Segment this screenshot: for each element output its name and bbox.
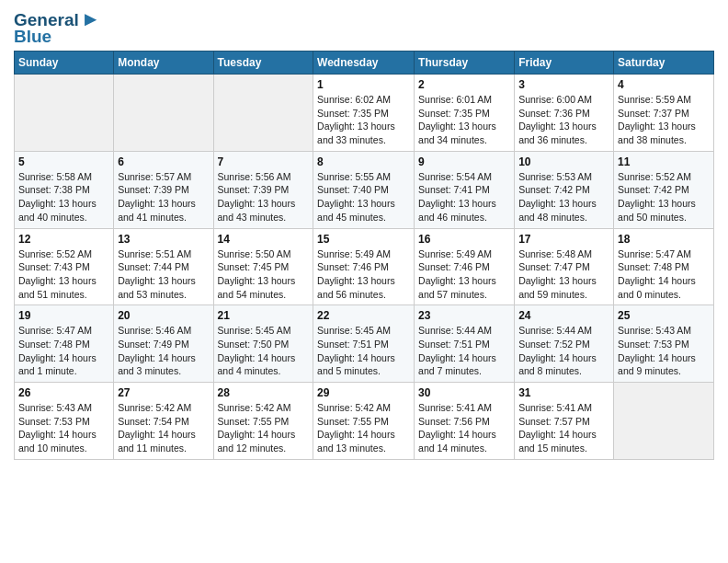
day-cell: 28Sunrise: 5:42 AM Sunset: 7:55 PM Dayli… — [213, 383, 313, 460]
day-cell: 29Sunrise: 5:42 AM Sunset: 7:55 PM Dayli… — [313, 383, 415, 460]
day-cell: 25Sunrise: 5:43 AM Sunset: 7:53 PM Dayli… — [614, 305, 714, 383]
day-number: 7 — [218, 155, 310, 168]
day-number: 22 — [317, 309, 410, 322]
day-cell: 2Sunrise: 6:01 AM Sunset: 7:35 PM Daylig… — [415, 75, 515, 152]
col-header-wednesday: Wednesday — [313, 52, 415, 75]
day-info: Sunrise: 5:50 AM Sunset: 7:45 PM Dayligh… — [218, 247, 310, 302]
day-number: 1 — [317, 78, 410, 91]
col-header-tuesday: Tuesday — [213, 52, 313, 75]
day-number: 11 — [618, 155, 710, 168]
day-number: 23 — [418, 309, 510, 322]
week-row-2: 5Sunrise: 5:58 AM Sunset: 7:38 PM Daylig… — [15, 151, 714, 228]
week-row-4: 19Sunrise: 5:47 AM Sunset: 7:48 PM Dayli… — [15, 305, 714, 383]
day-number: 27 — [118, 386, 209, 399]
day-cell — [614, 383, 714, 460]
day-cell: 3Sunrise: 6:00 AM Sunset: 7:36 PM Daylig… — [515, 75, 614, 152]
logo: General ► Blue — [14, 9, 101, 45]
day-info: Sunrise: 6:02 AM Sunset: 7:35 PM Dayligh… — [317, 93, 410, 147]
day-number: 31 — [518, 386, 609, 399]
day-cell: 13Sunrise: 5:51 AM Sunset: 7:44 PM Dayli… — [114, 228, 213, 305]
day-info: Sunrise: 5:45 AM Sunset: 7:51 PM Dayligh… — [317, 324, 410, 378]
day-cell — [15, 75, 114, 152]
day-info: Sunrise: 5:49 AM Sunset: 7:46 PM Dayligh… — [317, 247, 410, 302]
page-header: General ► Blue — [14, 9, 714, 45]
day-info: Sunrise: 5:43 AM Sunset: 7:53 PM Dayligh… — [618, 324, 710, 378]
day-number: 5 — [18, 155, 109, 168]
col-header-monday: Monday — [114, 52, 213, 75]
day-number: 8 — [317, 155, 410, 168]
day-info: Sunrise: 5:43 AM Sunset: 7:53 PM Dayligh… — [18, 401, 109, 455]
day-cell: 23Sunrise: 5:44 AM Sunset: 7:51 PM Dayli… — [415, 305, 515, 383]
day-number: 6 — [118, 155, 209, 168]
day-cell: 1Sunrise: 6:02 AM Sunset: 7:35 PM Daylig… — [313, 75, 415, 152]
day-info: Sunrise: 5:57 AM Sunset: 7:39 PM Dayligh… — [118, 170, 209, 224]
day-info: Sunrise: 5:55 AM Sunset: 7:40 PM Dayligh… — [317, 170, 410, 224]
day-number: 4 — [618, 78, 710, 91]
day-number: 3 — [518, 78, 609, 91]
week-row-1: 1Sunrise: 6:02 AM Sunset: 7:35 PM Daylig… — [15, 75, 714, 152]
week-row-5: 26Sunrise: 5:43 AM Sunset: 7:53 PM Dayli… — [15, 383, 714, 460]
day-number: 19 — [18, 309, 109, 322]
day-cell: 19Sunrise: 5:47 AM Sunset: 7:48 PM Dayli… — [15, 305, 114, 383]
day-cell: 12Sunrise: 5:52 AM Sunset: 7:43 PM Dayli… — [15, 228, 114, 305]
day-cell: 5Sunrise: 5:58 AM Sunset: 7:38 PM Daylig… — [15, 151, 114, 228]
day-number: 29 — [317, 386, 410, 399]
day-info: Sunrise: 5:53 AM Sunset: 7:42 PM Dayligh… — [518, 170, 609, 224]
day-cell: 30Sunrise: 5:41 AM Sunset: 7:56 PM Dayli… — [415, 383, 515, 460]
day-number: 9 — [418, 155, 510, 168]
day-cell: 15Sunrise: 5:49 AM Sunset: 7:46 PM Dayli… — [313, 228, 415, 305]
day-number: 18 — [618, 233, 710, 246]
day-number: 17 — [518, 233, 609, 246]
day-info: Sunrise: 5:42 AM Sunset: 7:55 PM Dayligh… — [218, 401, 310, 455]
day-cell: 22Sunrise: 5:45 AM Sunset: 7:51 PM Dayli… — [313, 305, 415, 383]
day-info: Sunrise: 6:01 AM Sunset: 7:35 PM Dayligh… — [418, 93, 510, 147]
day-cell: 9Sunrise: 5:54 AM Sunset: 7:41 PM Daylig… — [415, 151, 515, 228]
day-cell: 7Sunrise: 5:56 AM Sunset: 7:39 PM Daylig… — [213, 151, 313, 228]
calendar-table: SundayMondayTuesdayWednesdayThursdayFrid… — [14, 51, 714, 460]
day-info: Sunrise: 5:46 AM Sunset: 7:49 PM Dayligh… — [118, 324, 209, 378]
day-info: Sunrise: 5:56 AM Sunset: 7:39 PM Dayligh… — [218, 170, 310, 224]
day-number: 20 — [118, 309, 209, 322]
day-number: 10 — [518, 155, 609, 168]
day-info: Sunrise: 5:41 AM Sunset: 7:57 PM Dayligh… — [518, 401, 609, 455]
day-info: Sunrise: 5:58 AM Sunset: 7:38 PM Dayligh… — [18, 170, 109, 224]
day-cell: 20Sunrise: 5:46 AM Sunset: 7:49 PM Dayli… — [114, 305, 213, 383]
day-info: Sunrise: 5:41 AM Sunset: 7:56 PM Dayligh… — [418, 401, 510, 455]
day-info: Sunrise: 5:51 AM Sunset: 7:44 PM Dayligh… — [118, 247, 209, 302]
col-header-thursday: Thursday — [415, 52, 515, 75]
day-number: 30 — [418, 386, 510, 399]
logo-blue: Blue — [14, 28, 51, 45]
day-number: 16 — [418, 233, 510, 246]
day-number: 12 — [18, 233, 109, 246]
day-info: Sunrise: 5:42 AM Sunset: 7:54 PM Dayligh… — [118, 401, 209, 455]
day-cell: 26Sunrise: 5:43 AM Sunset: 7:53 PM Dayli… — [15, 383, 114, 460]
calendar-header-row: SundayMondayTuesdayWednesdayThursdayFrid… — [15, 52, 714, 75]
day-cell — [114, 75, 213, 152]
day-number: 24 — [518, 309, 609, 322]
day-number: 28 — [218, 386, 310, 399]
day-cell — [213, 75, 313, 152]
day-info: Sunrise: 5:44 AM Sunset: 7:51 PM Dayligh… — [418, 324, 510, 378]
day-number: 21 — [218, 309, 310, 322]
day-info: Sunrise: 5:59 AM Sunset: 7:37 PM Dayligh… — [618, 93, 710, 147]
day-number: 15 — [317, 233, 410, 246]
col-header-saturday: Saturday — [614, 52, 714, 75]
day-cell: 24Sunrise: 5:44 AM Sunset: 7:52 PM Dayli… — [515, 305, 614, 383]
day-cell: 6Sunrise: 5:57 AM Sunset: 7:39 PM Daylig… — [114, 151, 213, 228]
day-cell: 31Sunrise: 5:41 AM Sunset: 7:57 PM Dayli… — [515, 383, 614, 460]
day-info: Sunrise: 5:44 AM Sunset: 7:52 PM Dayligh… — [518, 324, 609, 378]
day-number: 25 — [618, 309, 710, 322]
day-info: Sunrise: 5:42 AM Sunset: 7:55 PM Dayligh… — [317, 401, 410, 455]
day-cell: 21Sunrise: 5:45 AM Sunset: 7:50 PM Dayli… — [213, 305, 313, 383]
week-row-3: 12Sunrise: 5:52 AM Sunset: 7:43 PM Dayli… — [15, 228, 714, 305]
day-cell: 8Sunrise: 5:55 AM Sunset: 7:40 PM Daylig… — [313, 151, 415, 228]
day-cell: 18Sunrise: 5:47 AM Sunset: 7:48 PM Dayli… — [614, 228, 714, 305]
day-cell: 17Sunrise: 5:48 AM Sunset: 7:47 PM Dayli… — [515, 228, 614, 305]
day-cell: 11Sunrise: 5:52 AM Sunset: 7:42 PM Dayli… — [614, 151, 714, 228]
day-number: 13 — [118, 233, 209, 246]
day-cell: 4Sunrise: 5:59 AM Sunset: 7:37 PM Daylig… — [614, 75, 714, 152]
col-header-friday: Friday — [515, 52, 614, 75]
day-info: Sunrise: 5:49 AM Sunset: 7:46 PM Dayligh… — [418, 247, 510, 302]
col-header-sunday: Sunday — [15, 52, 114, 75]
day-info: Sunrise: 5:54 AM Sunset: 7:41 PM Dayligh… — [418, 170, 510, 224]
